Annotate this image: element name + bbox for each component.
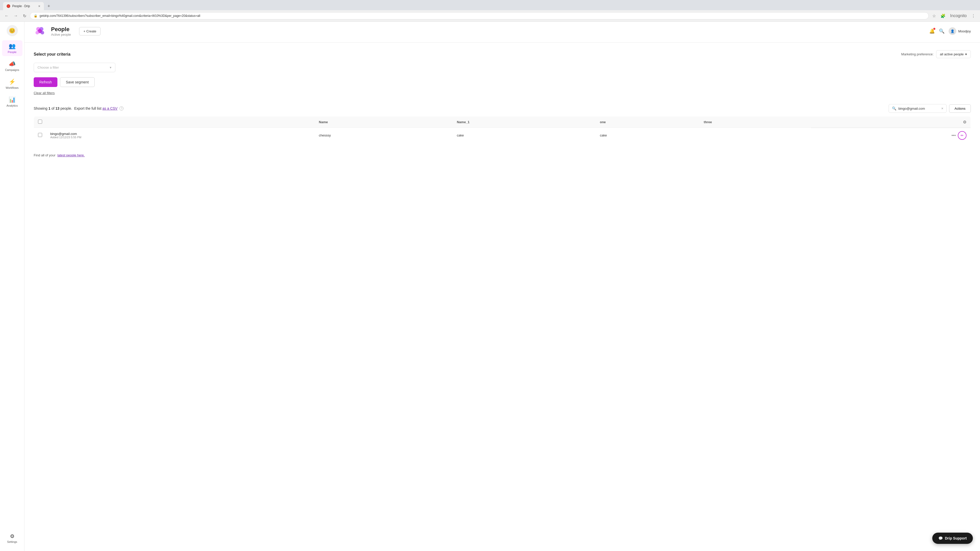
app-logo: 😊	[6, 25, 18, 36]
people-count: Showing 1 of 13 people. Export the full …	[34, 106, 124, 110]
people-table: Name Name_1 one three ⚙	[34, 116, 971, 143]
select-all-column	[34, 117, 46, 128]
campaigns-icon: 📣	[9, 61, 16, 67]
search-clear-button[interactable]: ×	[941, 106, 943, 110]
extension-button[interactable]: 🧩	[939, 13, 947, 19]
people-icon: 👥	[9, 43, 16, 49]
search-icon: 🔍	[939, 29, 945, 34]
filter-row: Choose a filter ▾	[34, 63, 971, 72]
notification-dot	[933, 28, 935, 30]
sidebar-item-campaigns[interactable]: 📣 Campaigns	[2, 58, 22, 74]
bookmark-button[interactable]: ☆	[931, 13, 937, 19]
count-suffix: people.	[60, 106, 72, 110]
filter-placeholder: Choose a filter	[38, 65, 59, 69]
email-cell: bingo@gmail.com Added 12/12/23 5:55 PM	[46, 128, 315, 143]
name-col-label: Name	[319, 120, 328, 124]
profile-button[interactable]: Incognito	[948, 13, 968, 19]
workflows-icon: ⚡	[9, 79, 16, 85]
user-profile[interactable]: 👤 Moodjoy	[948, 27, 971, 35]
page-title: People	[51, 26, 71, 33]
address-text: getdrip.com/7641396/subscribers?subscrib…	[40, 14, 925, 17]
criteria-section: Select your criteria Marketing preferenc…	[24, 43, 980, 100]
find-text: Find all of your	[34, 153, 56, 157]
sidebar-item-settings[interactable]: ⚙ Settings	[5, 530, 19, 546]
user-name: Moodjoy	[958, 29, 971, 33]
active-tab[interactable]: 🔴 People · Drip ×	[3, 2, 44, 10]
settings-icon: ⚙	[10, 533, 14, 539]
sidebar-item-workflows-label: Workflows	[6, 86, 19, 89]
export-csv-link[interactable]: as a CSV	[102, 106, 118, 110]
column-settings-button[interactable]: ⚙	[963, 120, 966, 124]
filter-chevron-icon: ▾	[110, 65, 111, 69]
sidebar-item-settings-label: Settings	[7, 540, 18, 543]
analytics-icon: 📊	[9, 97, 16, 103]
latest-people-link[interactable]: latest people here.	[57, 153, 85, 157]
subscriber-email[interactable]: bingo@gmail.com	[50, 132, 310, 136]
people-meta: Showing 1 of 13 people. Export the full …	[34, 100, 971, 116]
svg-point-3	[35, 31, 39, 35]
browser-chrome: 🔴 People · Drip × + ← → ↻ 🔒 getdrip.com/…	[0, 0, 980, 22]
back-button[interactable]: ←	[3, 13, 10, 19]
clear-all-filters-link[interactable]: Clear all filters	[34, 91, 55, 95]
row-select-checkbox[interactable]	[38, 133, 42, 137]
one-column-header: one	[596, 117, 700, 128]
actions-column-header: ⚙	[811, 117, 970, 128]
save-segment-button[interactable]: Save segment	[60, 77, 95, 87]
row-more-options-button[interactable]: •••	[951, 133, 956, 138]
table-row: bingo@gmail.com Added 12/12/23 5:55 PM c…	[34, 128, 971, 143]
profile-label: Incognito	[950, 14, 967, 18]
export-prefix: Export the full list	[74, 106, 102, 110]
marketing-preference-dropdown[interactable]: all active people ▾	[936, 50, 971, 58]
tab-title: People · Drip	[12, 4, 30, 8]
refresh-button[interactable]: Refresh	[34, 77, 57, 87]
global-search-button[interactable]: 🔍	[939, 28, 945, 34]
refresh-nav-button[interactable]: ↻	[21, 13, 28, 19]
forward-button[interactable]: →	[12, 13, 19, 19]
find-latest-section: Find all of your latest people here.	[24, 148, 980, 162]
create-button[interactable]: + Create	[79, 27, 100, 35]
row-checkbox-cell	[34, 128, 46, 143]
browser-toolbar: ← → ↻ 🔒 getdrip.com/7641396/subscribers?…	[0, 10, 980, 22]
name1-column-header: Name_1	[453, 117, 596, 128]
search-input[interactable]	[898, 106, 939, 110]
sidebar-item-workflows[interactable]: ⚡ Workflows	[2, 76, 22, 92]
filter-select-dropdown[interactable]: Choose a filter ▾	[34, 63, 115, 72]
page-title-block: People Active people	[51, 26, 71, 37]
showing-label: Showing	[34, 106, 48, 110]
main-content: People Active people + Create 🔔 🔍 👤 Mood…	[24, 20, 980, 551]
user-avatar: 👤	[948, 27, 956, 35]
name1-cell: cake	[453, 128, 596, 143]
count-total: 13	[56, 106, 59, 110]
actions-button[interactable]: Actions	[949, 104, 971, 113]
page-subtitle: Active people	[51, 33, 71, 37]
name1-col-label: Name_1	[457, 120, 469, 124]
select-all-checkbox[interactable]	[38, 120, 42, 124]
row-actions-cell: ••• ✏	[811, 128, 970, 143]
toolbar-icons: ☆ 🧩 Incognito ⋮	[931, 13, 977, 19]
sidebar-item-analytics[interactable]: 📊 Analytics	[2, 94, 22, 110]
drip-support-button[interactable]: 💬 Drip Support	[932, 533, 973, 544]
one-col-label: one	[600, 120, 606, 124]
help-icon[interactable]: ?	[119, 106, 124, 110]
three-col-label: three	[704, 120, 712, 124]
sidebar-item-campaigns-label: Campaigns	[5, 68, 19, 71]
row-edit-button[interactable]: ✏	[958, 131, 966, 140]
people-section: Showing 1 of 13 people. Export the full …	[24, 100, 980, 148]
page-header: People Active people + Create 🔔 🔍 👤 Mood…	[24, 20, 980, 43]
of-label: of	[52, 106, 55, 110]
one-cell: cake	[596, 128, 700, 143]
sidebar-item-people-label: People	[8, 51, 16, 54]
marketing-pref-value: all active people	[940, 52, 964, 56]
chat-icon: 💬	[939, 536, 943, 540]
new-tab-button[interactable]: +	[45, 3, 52, 10]
search-actions: 🔍 × Actions	[889, 104, 971, 113]
tab-favicon: 🔴	[6, 4, 10, 8]
tab-close-button[interactable]: ×	[38, 4, 40, 8]
sidebar-item-analytics-label: Analytics	[6, 104, 18, 107]
address-bar[interactable]: 🔒 getdrip.com/7641396/subscribers?subscr…	[30, 12, 929, 19]
sidebar-item-people[interactable]: 👥 People	[2, 40, 22, 56]
notifications-button[interactable]: 🔔	[929, 28, 935, 34]
lock-icon: 🔒	[34, 14, 38, 17]
browser-menu-button[interactable]: ⋮	[970, 13, 977, 19]
marketing-preference: Marketing preference: all active people …	[901, 50, 971, 58]
